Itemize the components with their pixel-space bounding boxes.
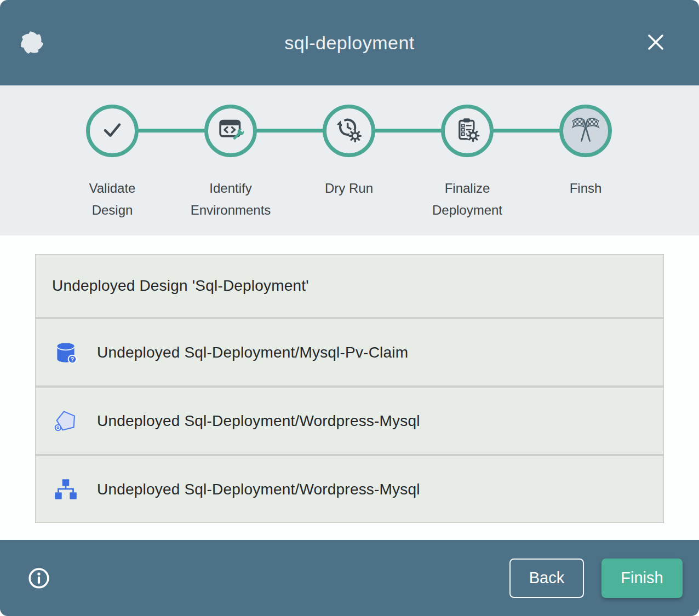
info-icon	[27, 583, 50, 591]
step-label-finish: Finsh	[541, 177, 631, 199]
database-icon: ?	[52, 339, 79, 366]
check-icon	[98, 116, 127, 146]
pinwheel-logo-icon	[18, 29, 45, 56]
status-row-text: Undeployed Sql-Deployment/Mysql-Pv-Claim	[97, 344, 408, 361]
back-button[interactable]: Back	[509, 559, 584, 598]
history-gear-icon	[335, 116, 363, 146]
hierarchy-icon	[52, 476, 79, 503]
status-header-row: Undeployed Design 'Sql-Deployment'	[36, 255, 663, 317]
finish-button[interactable]: Finish	[601, 559, 683, 598]
clipboard-gear-icon	[453, 116, 482, 146]
checkered-flags-icon	[570, 114, 601, 147]
step-label-dry-run: Dry Run	[304, 177, 394, 199]
code-window-wrench-icon	[216, 116, 245, 146]
status-row-mysql-pv-claim: ? Undeployed Sql-Deployment/Mysql-Pv-Cla…	[36, 319, 663, 385]
status-row-wordpress-mysql-service: Undeployed Sql-Deployment/Wordpress-Mysq…	[36, 388, 663, 454]
deployment-status-panel: Undeployed Design 'Sql-Deployment' ? Und…	[35, 254, 664, 523]
pentagon-icon	[52, 407, 79, 435]
step-validate-design[interactable]	[86, 105, 139, 157]
close-icon	[645, 32, 666, 54]
step-label-validate-design: Validate Design	[67, 177, 157, 221]
step-finish[interactable]	[559, 105, 612, 157]
step-label-identify-environments: Identify Environments	[186, 177, 276, 221]
deployment-wizard-dialog: sql-deployment	[0, 0, 699, 616]
status-row-wordpress-mysql-deployment: Undeployed Sql-Deployment/Wordpress-Mysq…	[36, 456, 663, 522]
status-row-text: Undeployed Sql-Deployment/Wordpress-Mysq…	[97, 481, 420, 498]
dialog-title: sql-deployment	[0, 32, 699, 54]
step-identify-environments[interactable]	[204, 105, 257, 157]
status-header-text: Undeployed Design 'Sql-Deployment'	[52, 277, 309, 295]
close-button[interactable]	[644, 31, 667, 54]
dialog-footer: Back Finish	[0, 540, 699, 616]
info-button[interactable]	[27, 567, 50, 590]
status-row-text: Undeployed Sql-Deployment/Wordpress-Mysq…	[97, 412, 420, 430]
svg-text:?: ?	[71, 356, 74, 362]
step-label-finalize-deployment: Finalize Deployment	[422, 177, 512, 221]
step-dry-run[interactable]	[323, 105, 375, 157]
wizard-stepper: Validate Design Identify Environments Dr…	[0, 85, 699, 235]
wizard-content: Undeployed Design 'Sql-Deployment' ? Und…	[0, 235, 699, 540]
step-finalize-deployment[interactable]	[441, 105, 494, 157]
dialog-header: sql-deployment	[0, 0, 699, 85]
